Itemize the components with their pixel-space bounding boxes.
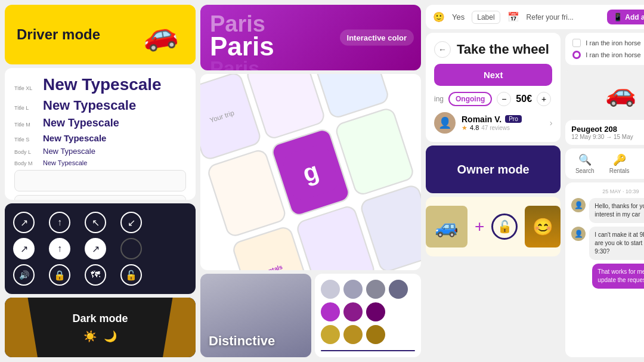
car-small-photo: 🚙 [426,206,467,247]
moon-icon: 🌙 [104,330,117,343]
unlock-card: 🚙 + 🔓 😊 [426,197,561,256]
pro-badge: Pro [505,115,522,123]
plus-icon: + [475,217,484,236]
type-l-label: Title L [14,105,37,111]
color-dot-9 [343,325,363,344]
ongoing-badge: Ongoing [448,92,492,106]
take-wheel-title: Take the wheel [457,42,549,57]
price-display: 50€ [516,94,532,104]
radio-box-1[interactable] [572,39,581,47]
color-dot-3 [366,280,385,299]
chat-bubble-2: I can't make it at 9PM, are you ok to st… [589,227,644,260]
dark-mode-icons: ☀️ 🌙 [83,330,117,343]
door-left [5,298,38,357]
type-xl-text: New Typescale [43,75,162,94]
chat-bubble-sent: That works for me ! I'll update the requ… [592,264,644,289]
chat-sent-row: That works for me ! I'll update the requ… [571,264,644,289]
rating-stars: ★ [462,124,467,132]
type-xl-label: Title XL [14,85,37,91]
nav-item-rentals[interactable]: 🔑 Rentals [609,153,630,174]
search-nav-label: Search [575,168,595,174]
plus-button[interactable]: + [537,92,551,106]
chat-date: 25 MAY · 10:39 [571,188,644,194]
radio-label-1: I ran the iron horse [586,39,640,47]
smiley-icon: 🙂 [433,11,445,23]
door-right [163,298,196,357]
chat-avatar-2: 👤 [571,227,586,241]
type-body-m-text: New Typescale [43,159,87,166]
colors-card [315,274,421,357]
radio-dot-1[interactable] [572,51,581,59]
paris-line3: Paris [210,57,411,70]
color-dot-8 [321,325,340,344]
calendar-icon: 📅 [507,11,519,23]
lock2-icon: 🔓 [120,264,142,286]
color-dot-5 [321,302,340,321]
color-dot-2 [343,280,363,299]
paris-card: Paris Paris Paris Interactive color [200,5,421,70]
next-button[interactable]: Next [434,64,552,86]
chat-bubble-1: Hello, thanks for your interest in my ca… [589,198,644,223]
type-l-text: New Typescale [43,98,136,113]
color-dot-1 [321,280,340,299]
person-photo: 😊 [525,206,561,247]
color-dots-row-2 [321,302,415,321]
car-photo-card: 🚗 [565,69,644,116]
rentals-nav-icon: 🔑 [613,153,626,166]
chat-card: 25 MAY · 10:39 👤 Hello, thanks for your … [565,182,644,357]
distinctive-title: Distinctive [209,333,275,349]
driver-mode-title: Driver mode [17,26,100,43]
refer-text: Refer your fri... [527,13,600,21]
lock-circle-icon: 🔓 [491,214,518,240]
car-icon: 🚗 [140,15,181,54]
radio-card: I ran the iron horse I ran the iron hors… [565,33,644,65]
arrow-downleft-icon: ↙ [120,212,142,233]
reviews-count: 47 reviews [481,125,510,131]
driver-avatar: 👤 [434,112,456,134]
driver-name: Romain V. [462,115,501,124]
lock-icon: 🔒 [49,264,70,286]
color-dot-7 [366,302,385,321]
type-m-text: New Typescale [43,117,119,129]
arrow-upleft-filled-icon: ↗ [13,238,35,259]
arrow-upright-icon: ↖ [85,212,106,233]
driver-row: 👤 Romain V. Pro ★ 4.8 47 reviews › [434,112,552,134]
radio-label-2: I ran the iron horse [586,51,640,58]
chat-avatar: 👤 [571,198,586,212]
type-body-l-text: New Typescale [43,147,95,156]
peugeot-dates: 12 May 9:30 → 15 May [571,134,644,140]
phones-mosaic-card: Your trip g Rentals [200,74,421,270]
status-row: ing Ongoing − 50€ + [434,92,552,106]
arrow-up-filled-icon: ↑ [49,238,70,259]
minus-button[interactable]: − [497,92,511,106]
icons-card: ↗ ↑ ↖ ↙ ↗ ↑ ↗ 🔊 🔒 🗺 🔓 [5,203,196,294]
color-dot-10 [366,325,385,344]
type-m-label: Title M [14,122,37,128]
dark-mode-card: Dark mode ☀️ 🌙 [5,298,196,357]
distinctive-card: Distinctive [200,274,311,357]
type-body-m-label: Body M [14,160,37,166]
peugeot-name: Peugeot 208 [571,125,644,134]
add-car-icon: 📱 [613,13,623,21]
search-nav-icon: 🔍 [578,153,592,166]
chat-bubble-row-2: 👤 I can't make it at 9PM, are you ok to … [571,227,644,260]
chat-bubble-row-1: 👤 Hello, thanks for your interest in my … [571,198,644,223]
typescale-card: Title XL New Typescale Title L New Types… [5,68,196,200]
label-select[interactable]: Label [472,11,500,24]
nav-item-search[interactable]: 🔍 Search [575,153,595,174]
back-button[interactable]: ← [434,41,451,58]
add-car-button[interactable]: 📱 Add a car › [607,10,644,24]
interactive-badge: Interactive color [340,30,414,46]
type-s-label: Title S [14,137,37,143]
chevron-right-icon: › [550,118,553,128]
arrow-up-icon: ↑ [49,212,70,233]
input-field-2[interactable] [14,195,186,200]
input-field-1[interactable] [14,170,186,191]
nav-bar: 🔍 Search 🔑 Rentals 👤 Account [565,148,644,179]
yes-label: Yes [452,13,465,21]
owner-mode-title: Owner mode [457,163,530,177]
top-bar-card: 🙂 Yes Label 📅 Refer your fri... 📱 Add a … [426,5,644,29]
bottom-row: Distinctive [200,274,421,357]
map-icon: 🗺 [85,264,106,286]
sun-icon: ☀️ [83,330,97,343]
